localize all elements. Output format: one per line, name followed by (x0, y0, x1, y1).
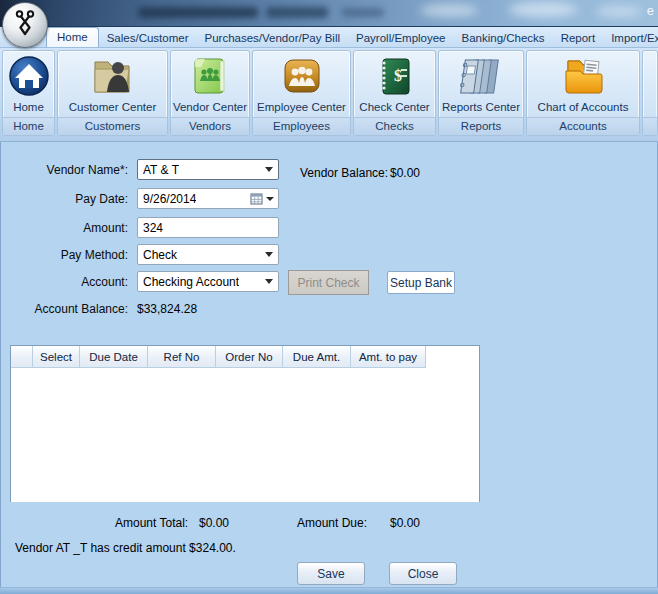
amount-total-value: $0.00 (199, 516, 229, 530)
chevron-down-icon (265, 252, 273, 257)
ribbon-group-home: Home Home (2, 50, 55, 136)
group-caption-home: Home (3, 117, 54, 135)
report-binders-icon (458, 52, 504, 100)
vendor-credit-note: Vendor AT _T has credit amount $324.00. (15, 541, 236, 555)
print-check-button[interactable]: Print Check (288, 270, 369, 295)
employee-center-label: Employee Center (257, 100, 346, 114)
vendor-book-icon (189, 52, 231, 100)
calendar-icon (250, 192, 274, 205)
home-button[interactable]: Home (3, 51, 54, 117)
table-header-row: Select Due Date Ref No Order No Due Amt.… (11, 346, 479, 368)
vendor-balance-label: Vendor Balance: (300, 166, 388, 180)
tab-payroll-employee[interactable]: Payroll/Employee (348, 29, 453, 47)
pay-method-combobox[interactable]: Check (137, 244, 279, 265)
amount-due-value: $0.00 (390, 516, 420, 530)
amount-value: 324 (143, 221, 163, 235)
accounts-folder-icon (560, 52, 606, 100)
ribbon-group-checks: $ Check Center Checks (353, 50, 436, 136)
group-caption-vendors: Vendors (171, 117, 249, 135)
account-combobox[interactable]: Checking Account (137, 271, 279, 292)
check-center-label: Check Center (359, 100, 429, 114)
titlebar-highlight (596, 6, 642, 17)
amount-total-label: Amount Total: (115, 516, 188, 530)
checkbook-icon: $ (374, 52, 416, 100)
amount-due-label: Amount Due: (297, 516, 367, 530)
close-button[interactable]: Close (389, 562, 457, 585)
employee-center-button[interactable]: Employee Center (253, 51, 350, 117)
group-caption-customers: Customers (58, 117, 167, 135)
row-selector-header (11, 346, 33, 368)
ribbon-tab-bar: Home Sales/Customer Purchases/Vendor/Pay… (0, 27, 658, 48)
group-caption-employees: Employees (253, 117, 350, 135)
vendor-name-label: Vendor Name*: (0, 163, 128, 177)
tab-banking-checks[interactable]: Banking/Checks (454, 29, 553, 47)
pay-date-value: 9/26/2014 (143, 192, 196, 206)
table-body-empty (11, 368, 479, 502)
group-caption-checks: Checks (354, 117, 435, 135)
vendor-balance-value: $0.00 (390, 166, 420, 180)
chart-of-accounts-label: Chart of Accounts (538, 100, 629, 114)
account-balance-value: $33,824.28 (137, 302, 197, 316)
column-header-due-amt[interactable]: Due Amt. (283, 346, 351, 368)
app-logo-icon (10, 8, 40, 42)
amount-input[interactable]: 324 (137, 217, 279, 238)
ribbon-group-reports: Reports Center Reports (438, 50, 524, 136)
ribbon-group-vendors: Vendor Center Vendors (170, 50, 250, 136)
group-caption-reports: Reports (439, 117, 523, 135)
save-button[interactable]: Save (297, 562, 365, 585)
amount-label: Amount: (0, 221, 128, 235)
app-menu-orb-button[interactable] (2, 2, 48, 48)
ribbon-group-employees: Employee Center Employees (252, 50, 351, 136)
customer-folder-icon (90, 52, 136, 100)
account-balance-label: Account Balance: (0, 302, 128, 316)
column-header-amt-to-pay[interactable]: Amt. to pay (351, 346, 426, 368)
group-caption-accounts: Accounts (527, 117, 639, 135)
titlebar-highlight (508, 2, 578, 17)
tab-import-export[interactable]: Import/Export (603, 29, 658, 47)
svg-text:$: $ (394, 67, 402, 84)
ribbon-group-customers: Customer Center Customers (57, 50, 168, 136)
chevron-down-icon (266, 197, 274, 201)
customer-center-label: Customer Center (69, 100, 157, 114)
vendor-name-value: AT & T (143, 163, 179, 177)
titlebar-highlight (420, 4, 478, 17)
account-label: Account: (0, 275, 128, 289)
pay-date-label: Pay Date: (0, 192, 128, 206)
chevron-down-icon (265, 167, 273, 172)
chevron-down-icon (265, 279, 273, 284)
bills-table: Select Due Date Ref No Order No Due Amt.… (10, 345, 480, 502)
column-header-order-no[interactable]: Order No (216, 346, 283, 368)
check-center-button[interactable]: $ Check Center (354, 51, 435, 117)
account-value: Checking Account (143, 275, 239, 289)
pay-method-label: Pay Method: (0, 248, 128, 262)
titlebar-text-fragment: e (647, 3, 654, 18)
vendor-name-combobox[interactable]: AT & T (137, 159, 279, 180)
blurred-title-text (342, 8, 384, 17)
customer-center-button[interactable]: Customer Center (58, 51, 167, 117)
titlebar: e (0, 0, 658, 27)
tab-purchases-vendor-pay-bill[interactable]: Purchases/Vendor/Pay Bill (197, 29, 349, 47)
tab-sales-customer[interactable]: Sales/Customer (99, 29, 197, 47)
tab-report[interactable]: Report (553, 29, 604, 47)
ribbon: Home Home Customer Center (0, 48, 658, 142)
reports-center-button[interactable]: Reports Center (439, 51, 523, 117)
vendor-center-button[interactable]: Vendor Center (171, 51, 249, 117)
home-icon (8, 52, 50, 100)
reports-center-label: Reports Center (442, 100, 520, 114)
ribbon-group-partial (642, 50, 658, 136)
blurred-title-text (266, 7, 328, 18)
home-button-label: Home (13, 100, 44, 114)
window-bottom-frame (0, 587, 658, 594)
tab-home[interactable]: Home (46, 27, 99, 47)
employees-icon (281, 52, 323, 100)
vendor-center-label: Vendor Center (173, 100, 247, 114)
pay-date-picker[interactable]: 9/26/2014 (137, 188, 279, 209)
table-header-filler (426, 346, 479, 368)
column-header-ref-no[interactable]: Ref No (148, 346, 216, 368)
column-header-due-date[interactable]: Due Date (80, 346, 148, 368)
chart-of-accounts-button[interactable]: Chart of Accounts (527, 51, 639, 117)
pay-method-value: Check (143, 248, 177, 262)
setup-bank-button[interactable]: Setup Bank (387, 271, 455, 294)
ribbon-group-accounts: Chart of Accounts Accounts (526, 50, 640, 136)
column-header-select[interactable]: Select (33, 346, 80, 368)
